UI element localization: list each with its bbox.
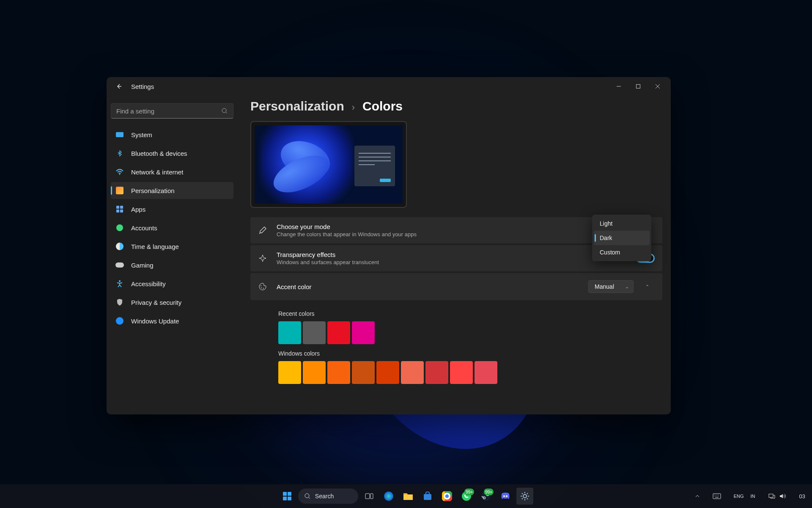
- card-title: Accent color: [277, 283, 579, 290]
- preview-window-mock: [354, 146, 395, 186]
- color-swatch[interactable]: [401, 361, 424, 384]
- search-box[interactable]: [111, 103, 233, 119]
- svg-point-11: [305, 494, 309, 498]
- taskbar-app-store[interactable]: [419, 488, 436, 505]
- windows-colors-row: [278, 361, 655, 384]
- accent-mode-dropdown[interactable]: Manual ⌄: [588, 280, 634, 293]
- svg-rect-9: [283, 497, 287, 500]
- color-swatch[interactable]: [475, 361, 497, 384]
- shield-icon: [115, 298, 124, 307]
- tray-overflow[interactable]: [691, 492, 703, 500]
- sidebar-item-update[interactable]: Windows Update: [111, 312, 233, 329]
- tray-clock[interactable]: 03: [796, 491, 809, 501]
- mode-option-custom[interactable]: Custom: [594, 245, 650, 260]
- svg-rect-0: [636, 85, 640, 88]
- svg-rect-12: [365, 494, 370, 499]
- minimize-icon: [616, 84, 621, 89]
- settings-window: Settings System Bluetooth & devices Netw…: [107, 77, 671, 414]
- tray-language[interactable]: ENGIN: [730, 492, 759, 500]
- taskbar: Search 99+ 99+ ENGIN 03: [0, 484, 812, 508]
- sidebar-item-label: Privacy & security: [131, 299, 181, 306]
- svg-point-26: [503, 495, 505, 497]
- sidebar-item-gaming[interactable]: Gaming: [111, 257, 233, 273]
- svg-rect-8: [288, 492, 291, 496]
- mode-option-light[interactable]: Light: [594, 216, 650, 231]
- sidebar-item-apps[interactable]: Apps: [111, 201, 233, 218]
- taskbar-app-chrome[interactable]: [439, 488, 455, 505]
- system-icon: [115, 130, 124, 139]
- sidebar-item-accessibility[interactable]: Accessibility: [111, 275, 233, 292]
- sidebar-item-time[interactable]: Time & language: [111, 238, 233, 255]
- windows-colors-label: Windows colors: [278, 350, 655, 357]
- svg-point-27: [506, 495, 508, 497]
- color-swatch[interactable]: [303, 321, 326, 344]
- task-view-icon: [365, 491, 374, 501]
- color-swatch[interactable]: [303, 361, 326, 384]
- color-swatch[interactable]: [425, 361, 448, 384]
- sidebar-item-network[interactable]: Network & internet: [111, 163, 233, 180]
- card-subtitle: Windows and surfaces appear translucent: [277, 259, 613, 265]
- minimize-button[interactable]: [609, 80, 628, 93]
- taskbar-app-settings[interactable]: [516, 488, 533, 505]
- maximize-button[interactable]: [628, 80, 648, 93]
- color-swatch[interactable]: [327, 321, 350, 344]
- taskbar-search[interactable]: Search: [298, 489, 358, 504]
- svg-point-5: [261, 287, 262, 288]
- start-button[interactable]: [279, 488, 296, 505]
- keyboard-icon: [713, 493, 721, 499]
- theme-preview: [250, 121, 407, 208]
- sidebar-item-label: Network & internet: [131, 168, 183, 176]
- expand-collapse-button[interactable]: ⌃: [639, 279, 655, 294]
- color-swatch[interactable]: [352, 321, 375, 344]
- back-button[interactable]: [112, 80, 125, 93]
- window-title: Settings: [131, 83, 154, 90]
- apps-icon: [115, 204, 124, 214]
- breadcrumb-current: Colors: [362, 99, 403, 113]
- sidebar-item-label: Bluetooth & devices: [131, 150, 187, 157]
- taskbar-app-explorer[interactable]: [400, 488, 417, 505]
- search-label: Search: [315, 493, 334, 500]
- sidebar-item-label: Accessibility: [131, 280, 166, 287]
- chevron-up-icon: ⌃: [645, 284, 649, 290]
- tray-keyboard[interactable]: [709, 491, 724, 501]
- sidebar-item-privacy[interactable]: Privacy & security: [111, 294, 233, 311]
- sidebar-item-personalization[interactable]: Personalization: [111, 182, 233, 199]
- palette-icon: [258, 282, 267, 291]
- sidebar-item-bluetooth[interactable]: Bluetooth & devices: [111, 145, 233, 162]
- taskbar-app-edge[interactable]: [380, 488, 397, 505]
- sidebar-item-system[interactable]: System: [111, 126, 233, 143]
- chevron-right-icon: ›: [352, 102, 355, 113]
- svg-rect-10: [288, 497, 291, 500]
- search-input[interactable]: [116, 108, 221, 115]
- notification-badge: 99+: [464, 489, 474, 495]
- taskbar-app-steam[interactable]: 99+: [477, 488, 494, 505]
- breadcrumb-parent[interactable]: Personalization: [250, 99, 344, 113]
- mode-dropdown-flyout: Light Dark Custom: [592, 215, 651, 261]
- color-swatch[interactable]: [352, 361, 375, 384]
- discord-icon: [500, 491, 511, 501]
- search-icon: [221, 108, 228, 114]
- network-icon: [768, 493, 776, 499]
- chevron-down-icon: ⌄: [625, 284, 629, 290]
- mode-option-dark[interactable]: Dark: [594, 231, 650, 245]
- close-button[interactable]: [648, 80, 667, 93]
- sidebar-item-label: Personalization: [131, 187, 175, 194]
- svg-point-28: [523, 494, 527, 498]
- color-swatch[interactable]: [278, 321, 301, 344]
- sidebar-item-accounts[interactable]: Accounts: [111, 219, 233, 236]
- taskbar-app-whatsapp[interactable]: 99+: [458, 488, 475, 505]
- accent-color-panel: Recent colors Windows colors: [250, 302, 662, 384]
- color-swatch[interactable]: [327, 361, 350, 384]
- sidebar-item-label: Accounts: [131, 224, 157, 232]
- sidebar-item-label: System: [131, 131, 152, 138]
- color-swatch[interactable]: [376, 361, 399, 384]
- volume-icon: [779, 493, 787, 499]
- taskbar-app-discord[interactable]: [497, 488, 514, 505]
- search-icon: [304, 493, 311, 500]
- color-swatch[interactable]: [278, 361, 301, 384]
- task-view-button[interactable]: [361, 488, 378, 505]
- svg-point-3: [119, 280, 121, 282]
- tray-network-sound[interactable]: [765, 491, 790, 501]
- color-swatch[interactable]: [450, 361, 473, 384]
- update-icon: [115, 316, 124, 326]
